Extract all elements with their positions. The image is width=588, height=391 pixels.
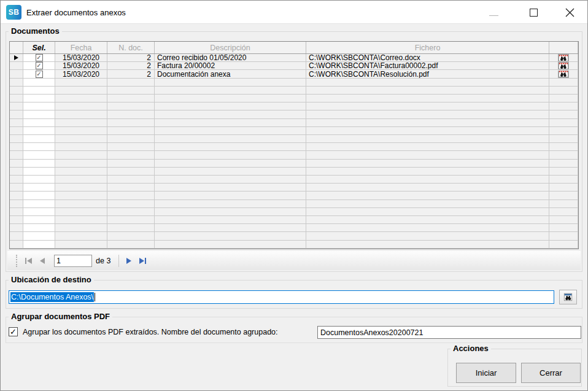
table-row: ✓15/03/20202Documentación anexaC:\WORK\S… — [10, 70, 578, 78]
column-header-descripcion[interactable]: Descripción — [155, 42, 306, 53]
table-row-empty — [10, 103, 578, 110]
column-header-fichero[interactable]: Fichero — [306, 42, 549, 53]
file-action-cell — [549, 192, 578, 199]
file-action-cell[interactable] — [549, 62, 578, 70]
close-button[interactable] — [560, 3, 579, 21]
descripcion-cell — [155, 224, 306, 232]
ndoc-cell — [107, 224, 155, 232]
close-icon — [565, 8, 574, 17]
fichero-cell — [306, 168, 549, 176]
fecha-cell — [55, 168, 107, 176]
row-selector-cell — [10, 176, 23, 184]
file-action-cell[interactable] — [549, 54, 578, 62]
fichero-cell: C:\WORK\SBCONTA\Resolución.pdf — [306, 70, 549, 78]
iniciar-button[interactable]: Iniciar — [456, 363, 516, 383]
row-selector-cell — [10, 79, 23, 87]
table-row-empty — [10, 79, 578, 87]
column-header-ndoc[interactable]: N. doc. — [107, 42, 155, 53]
browse-destination-button[interactable] — [559, 290, 577, 304]
row-selector-cell[interactable] — [10, 70, 23, 78]
fichero-cell — [306, 216, 549, 224]
row-selector-cell — [10, 135, 23, 143]
sel-checkbox-cell[interactable]: ✓ — [23, 54, 55, 62]
ndoc-cell — [107, 87, 155, 95]
table-row-empty — [10, 216, 578, 224]
sel-checkbox-cell — [23, 87, 55, 95]
row-selector-cell[interactable] — [10, 54, 23, 62]
ndoc-cell — [107, 127, 155, 135]
destination-path-value: C:\Documentos Anexos\ — [10, 292, 94, 302]
file-action-cell — [549, 103, 578, 110]
documents-grid[interactable]: Sel.FechaN. doc.DescripciónFichero ✓15/0… — [9, 41, 579, 249]
row-selector-cell[interactable] — [10, 62, 23, 70]
nav-first-button[interactable] — [22, 254, 36, 268]
ndoc-cell: 2 — [107, 70, 155, 78]
current-row-arrow-icon — [14, 55, 18, 60]
sel-checkbox-cell — [23, 176, 55, 184]
fecha-cell — [55, 119, 107, 127]
view-file-button[interactable] — [558, 54, 569, 61]
maximize-button[interactable] — [524, 3, 543, 21]
fecha-cell — [55, 208, 107, 216]
acciones-groupbox: Acciones Iniciar Cerrar — [447, 349, 582, 387]
column-header-sel[interactable]: Sel. — [23, 42, 55, 53]
ndoc-cell — [107, 241, 155, 249]
ndoc-cell — [107, 151, 155, 159]
sel-checkbox-cell — [23, 127, 55, 135]
navigator-grip[interactable] — [16, 255, 18, 267]
destination-path-input[interactable]: C:\Documentos Anexos\ — [9, 290, 554, 304]
sel-checkbox-cell — [23, 216, 55, 224]
binoculars-file-icon — [559, 63, 568, 69]
fichero-cell — [306, 151, 549, 159]
grid-body: ✓15/03/20202Correo recibido 01/05/2020C:… — [10, 54, 578, 249]
next-record-icon — [125, 257, 133, 265]
grouped-document-name-input[interactable] — [317, 326, 581, 339]
table-row: ✓15/03/20202Factura 20/00002C:\WORK\SBCO… — [10, 62, 578, 70]
file-action-cell — [549, 232, 578, 240]
nav-prev-button[interactable] — [36, 254, 49, 268]
fichero-cell — [306, 184, 549, 192]
table-row-empty — [10, 119, 578, 127]
ndoc-cell — [107, 208, 155, 216]
table-row-empty — [10, 127, 578, 135]
row-selector-cell — [10, 208, 23, 216]
cerrar-button[interactable]: Cerrar — [521, 363, 581, 383]
ndoc-cell — [107, 95, 155, 103]
view-file-button[interactable] — [558, 62, 569, 69]
ndoc-cell — [107, 232, 155, 240]
file-action-cell[interactable] — [549, 70, 578, 78]
view-file-button[interactable] — [558, 71, 569, 78]
file-action-cell — [549, 168, 578, 176]
agrupar-checkbox[interactable]: ✓ — [9, 327, 18, 336]
nav-last-button[interactable] — [136, 254, 149, 268]
row-checkbox[interactable]: ✓ — [36, 54, 43, 61]
fecha-cell — [55, 151, 107, 159]
minimize-button[interactable] — [484, 3, 503, 21]
column-header-fecha[interactable]: Fecha — [55, 42, 107, 53]
row-selector-cell — [10, 232, 23, 240]
file-action-cell — [549, 216, 578, 224]
ndoc-cell — [107, 184, 155, 192]
sel-checkbox-cell — [23, 160, 55, 168]
sel-checkbox-cell[interactable]: ✓ — [23, 70, 55, 78]
file-action-cell — [549, 143, 578, 151]
row-selector-cell — [10, 184, 23, 192]
sel-checkbox-cell[interactable]: ✓ — [23, 62, 55, 70]
ndoc-cell — [107, 135, 155, 143]
ndoc-cell — [107, 192, 155, 199]
documentos-groupbox: Documentos Sel.FechaN. doc.DescripciónFi… — [6, 31, 582, 272]
sel-checkbox-cell — [23, 241, 55, 249]
row-checkbox[interactable]: ✓ — [36, 62, 43, 69]
nav-separator — [118, 255, 119, 267]
nav-next-button[interactable] — [122, 254, 136, 268]
titlebar[interactable]: SB Extraer documentos anexos — [1, 1, 587, 24]
table-row-empty — [10, 143, 578, 151]
table-row-empty — [10, 200, 578, 208]
nav-position-input[interactable] — [54, 255, 92, 267]
ndoc-cell — [107, 176, 155, 184]
row-checkbox[interactable]: ✓ — [36, 71, 43, 78]
fecha-cell — [55, 160, 107, 168]
row-selector-cell — [10, 160, 23, 168]
fecha-cell: 15/03/2020 — [55, 62, 107, 70]
table-row-empty — [10, 135, 578, 143]
